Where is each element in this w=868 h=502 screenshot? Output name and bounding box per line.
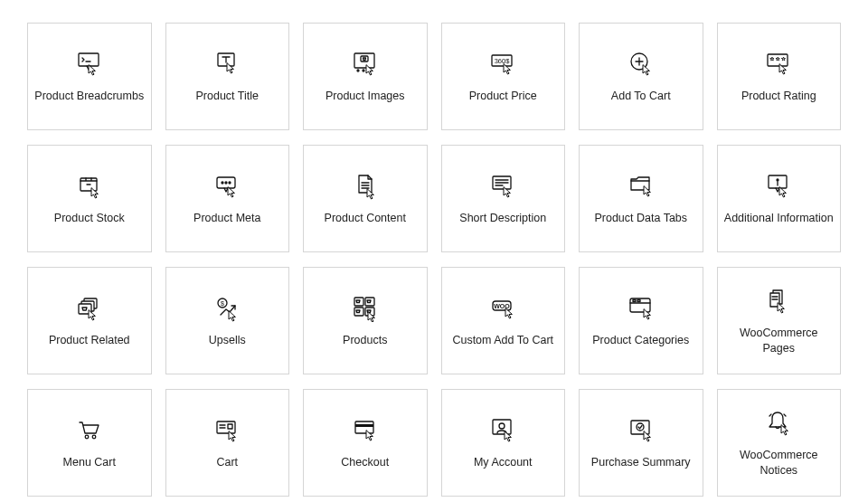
shortdesc-icon [488,171,517,200]
widgets-grid: Product BreadcrumbsProduct TitleProduct … [27,23,841,497]
widget-label: Product Content [325,211,406,225]
widget-checkout[interactable]: Checkout [303,389,428,497]
widget-menu-cart[interactable]: Menu Cart [27,389,152,497]
price-icon [488,49,517,78]
widget-product-title[interactable]: Product Title [165,23,290,130]
categories-icon [627,293,656,322]
meta-icon [212,171,241,200]
widget-label: Product Categories [592,333,689,347]
widget-label: WooCommerce Pages [723,326,835,355]
widget-label: Product Related [49,333,130,347]
widget-product-categories[interactable]: Product Categories [579,267,703,374]
widget-label: Upsells [209,333,246,347]
widget-label: Products [343,333,387,347]
upsells-icon [212,293,241,322]
widget-woocommerce-notices[interactable]: WooCommerce Notices [717,389,842,497]
widget-product-stock[interactable]: Product Stock [27,145,152,252]
widget-label: Product Images [326,89,405,103]
breadcrumbs-icon [75,49,104,78]
summary-icon [627,415,656,444]
info-icon [764,171,793,200]
widget-product-data-tabs[interactable]: Product Data Tabs [579,145,703,252]
content-icon [351,171,380,200]
checkout-icon [351,415,380,444]
notices-icon [764,408,793,437]
widget-product-images[interactable]: Product Images [303,23,428,130]
widget-label: WooCommerce Notices [723,448,835,478]
images-icon [351,49,380,78]
widget-label: Add To Cart [611,89,671,103]
widget-add-to-cart[interactable]: Add To Cart [579,23,703,130]
related-icon [75,293,104,322]
widget-additional-information[interactable]: Additional Information [717,145,842,252]
widget-label: Product Title [196,89,259,103]
widget-label: Checkout [341,455,389,469]
title-icon [212,49,241,78]
widget-purchase-summary[interactable]: Purchase Summary [579,389,703,497]
stock-icon [75,171,104,200]
widget-label: Custom Add To Cart [452,333,553,347]
widget-label: Additional Information [724,211,834,225]
widget-product-related[interactable]: Product Related [27,267,152,374]
widget-label: Product Breadcrumbs [34,89,144,103]
widget-label: Product Data Tabs [594,211,687,225]
widget-cart[interactable]: Cart [165,389,290,497]
pages-icon [764,286,793,315]
widget-label: Short Description [459,211,546,225]
widget-label: Menu Cart [63,455,116,469]
widget-product-meta[interactable]: Product Meta [165,145,290,252]
widget-products[interactable]: Products [303,267,428,374]
products-icon [351,293,380,322]
widget-label: My Account [474,455,533,469]
widget-my-account[interactable]: My Account [441,389,566,497]
widget-label: Product Meta [193,211,260,225]
widget-product-price[interactable]: Product Price [441,23,566,130]
widget-product-rating[interactable]: Product Rating [717,23,842,130]
widget-product-breadcrumbs[interactable]: Product Breadcrumbs [27,23,152,130]
widget-label: Product Stock [54,211,125,225]
account-icon [488,415,517,444]
widget-label: Cart [216,455,238,469]
cart-icon [212,415,241,444]
widget-woocommerce-pages[interactable]: WooCommerce Pages [717,267,842,374]
widget-label: Purchase Summary [591,455,691,469]
widget-short-description[interactable]: Short Description [441,145,566,252]
woo-icon [488,293,517,322]
menucart-icon [75,415,104,444]
rating-icon [764,49,793,78]
addcart-icon [627,49,656,78]
widget-custom-add-to-cart[interactable]: Custom Add To Cart [441,267,566,374]
widget-label: Product Price [469,89,537,103]
widget-upsells[interactable]: Upsells [165,267,290,374]
widget-label: Product Rating [741,89,816,103]
tabs-icon [627,171,656,200]
widget-product-content[interactable]: Product Content [303,145,428,252]
